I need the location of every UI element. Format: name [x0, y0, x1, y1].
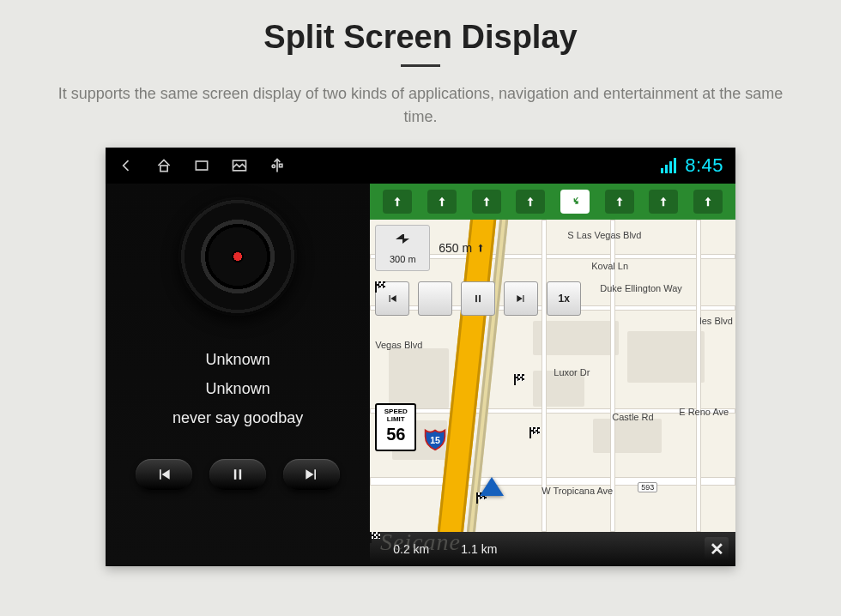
svg-rect-7	[239, 469, 242, 480]
street-label: Castle Rd	[612, 412, 653, 422]
media-prev-button[interactable]	[136, 459, 192, 490]
svg-rect-5	[280, 164, 282, 166]
nav-pause-button[interactable]	[461, 281, 495, 316]
lane-6	[605, 190, 634, 214]
svg-rect-6	[234, 469, 237, 480]
nav-next-button[interactable]	[504, 281, 538, 316]
navigation-pane: S Las Vegas Blvd Koval Ln Duke Ellington…	[370, 184, 735, 566]
map-building	[593, 419, 662, 453]
nav-waypoint-1: 0.2 km	[377, 542, 429, 556]
map-building	[389, 348, 449, 408]
image-icon[interactable]	[231, 157, 248, 174]
street-label: W Tropicana Ave	[542, 486, 613, 496]
usb-icon[interactable]	[269, 157, 286, 174]
street-label: Luxor Dr	[554, 367, 590, 377]
signal-icon	[661, 158, 676, 173]
interstate-shield-icon: 15	[423, 427, 447, 451]
recent-icon[interactable]	[193, 157, 210, 174]
nav-distance-2: 1.1 km	[461, 542, 497, 556]
media-pane: Unknown Unknown never say goodbay	[106, 184, 370, 566]
hero-title: Split Screen Display	[0, 0, 841, 56]
split-container: Unknown Unknown never say goodbay	[106, 184, 735, 566]
checkered-flag-icon	[377, 544, 388, 555]
speed-limit-sign: SPEED LIMIT 56	[375, 403, 416, 451]
track-artist: Unknown	[106, 345, 370, 374]
checkered-flag-icon	[445, 544, 456, 555]
speed-limit-value: 56	[377, 425, 414, 444]
svg-rect-1	[196, 161, 207, 170]
svg-rect-9	[479, 295, 481, 302]
nav-flag-button[interactable]	[418, 281, 452, 316]
street-label: E Reno Ave	[679, 407, 729, 417]
media-next-button[interactable]	[283, 459, 340, 490]
address-tag: 593	[638, 482, 657, 492]
lane-2	[427, 190, 457, 214]
approach-distance-value: 650 m	[439, 241, 472, 255]
statusbar-right-group: 8:45	[661, 154, 723, 177]
lane-5-active	[560, 190, 590, 214]
turn-distance: 300 m	[390, 254, 416, 264]
gps-cursor-icon	[480, 477, 504, 496]
media-controls	[106, 459, 370, 490]
checkered-flag-icon	[529, 427, 541, 438]
svg-point-4	[272, 165, 275, 167]
status-clock: 8:45	[685, 154, 723, 177]
svg-rect-8	[475, 295, 477, 302]
nav-distance-1: 0.2 km	[393, 542, 429, 556]
lane-3	[472, 190, 501, 214]
track-title: never say goodbay	[106, 403, 370, 432]
street-label: Duke Ellington Way	[600, 283, 682, 293]
nav-waypoint-2: 1.1 km	[445, 542, 497, 556]
svg-text:15: 15	[430, 435, 440, 445]
approach-distance: 650 m	[439, 225, 486, 271]
street-label: les Blvd	[699, 316, 733, 326]
street-label: S Las Vegas Blvd	[567, 230, 641, 240]
lane-8	[693, 190, 723, 214]
hero-divider	[401, 64, 440, 67]
lane-7	[649, 190, 678, 214]
lane-4	[516, 190, 545, 214]
lane-1	[383, 190, 412, 214]
nav-playback-controls: 1x	[375, 281, 581, 316]
device-frame: 8:45 Unknown Unknown never say goodbay	[106, 148, 735, 566]
nav-close-button[interactable]: ✕	[705, 537, 729, 561]
speed-limit-label: SPEED	[377, 408, 414, 415]
speed-limit-label: LIMIT	[377, 415, 414, 423]
nav-speed-button[interactable]: 1x	[547, 281, 581, 316]
map-road	[370, 477, 735, 486]
track-metadata: Unknown Unknown never say goodbay	[106, 345, 370, 433]
status-bar: 8:45	[106, 148, 735, 184]
map-building	[627, 331, 705, 383]
home-icon[interactable]	[155, 157, 172, 174]
checkered-flag-icon	[514, 374, 525, 385]
album-art-disc	[178, 197, 297, 316]
map-road	[696, 220, 701, 532]
back-icon[interactable]	[118, 157, 135, 174]
statusbar-left-group	[118, 157, 286, 174]
hero-subtitle: It supports the same screen display of t…	[51, 82, 790, 129]
turn-indicator: 300 m	[375, 225, 430, 271]
svg-rect-0	[160, 166, 167, 172]
street-label: Vegas Blvd	[375, 340, 422, 350]
nav-bottom-bar: 0.2 km 1.1 km ✕	[370, 532, 735, 566]
lane-guidance-bar	[370, 184, 735, 220]
street-label: Koval Ln	[591, 261, 628, 271]
media-pause-button[interactable]	[209, 459, 266, 490]
nav-turn-overlay: 300 m 650 m	[375, 225, 486, 271]
track-album: Unknown	[106, 374, 370, 403]
